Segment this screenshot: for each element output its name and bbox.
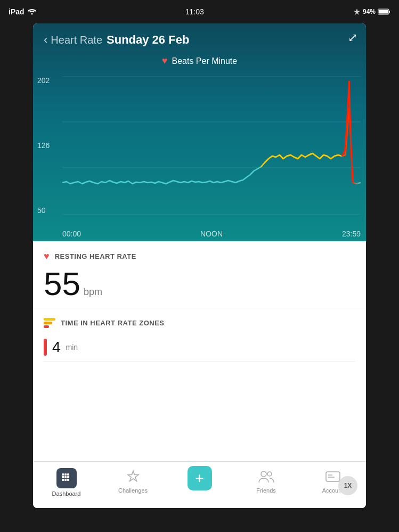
star-icon [125,469,141,485]
svg-point-18 [267,472,272,476]
location-icon [353,8,361,15]
battery-icon [378,9,390,15]
zones-header: TIME IN HEART RATE ZONES [44,318,355,328]
challenges-icon [125,468,142,485]
status-bar: iPad 11:03 94% [0,0,399,23]
expand-button[interactable]: ⤢ [348,31,357,45]
page-date: Sunday 26 Feb [107,33,189,47]
x-label-noon: NOON [200,230,223,238]
legend-label: Beats Per Minute [172,56,237,66]
content-section: ♥ RESTING HEART RATE 55 bpm TIME IN HEAR… [33,241,366,369]
svg-rect-12 [64,476,67,478]
svg-point-0 [31,13,32,15]
chart-svg [62,76,361,215]
chart-x-labels: 00:00 NOON 23:59 [62,230,361,238]
svg-rect-8 [62,473,64,476]
resting-heart-rate-block: ♥ RESTING HEART RATE 55 bpm [33,241,366,308]
resting-hr-header: ♥ RESTING HEART RATE [44,251,355,262]
page-subtitle: Heart Rate [51,34,102,46]
chart-header: ‹ Heart Rate Sunday 26 Feb ♥ Beats Per M… [33,23,366,241]
device-label: iPad [9,7,25,16]
tab-friends[interactable]: Friends [233,466,299,494]
main-card: ‹ Heart Rate Sunday 26 Feb ♥ Beats Per M… [33,23,366,508]
svg-rect-9 [64,473,67,476]
page-title-bar: ‹ Heart Rate Sunday 26 Feb [33,23,366,53]
add-icon: + [188,466,212,490]
tab-challenges[interactable]: Challenges [100,466,166,494]
y-label-top: 202 [37,76,61,85]
y-label-mid: 126 [37,141,61,150]
zoom-badge[interactable]: 1X [338,476,357,495]
people-icon [258,470,275,484]
tab-bar: Dashboard Challenges + [33,461,366,508]
chart-y-labels: 202 126 50 [33,71,65,215]
status-left: iPad [9,7,36,16]
svg-rect-10 [67,473,69,476]
svg-rect-13 [67,476,69,478]
grid-icon [61,472,72,484]
svg-rect-3 [379,10,388,14]
back-button[interactable]: ‹ [44,33,47,47]
resting-hr-value-row: 55 bpm [44,267,355,300]
resting-hr-heart-icon: ♥ [44,251,50,262]
svg-rect-16 [67,479,69,481]
resting-hr-unit: bpm [84,287,102,298]
x-label-start: 00:00 [62,230,81,238]
y-label-bot: 50 [37,206,61,215]
tab-add[interactable]: + [166,466,233,490]
tab-dashboard[interactable]: Dashboard [33,466,100,497]
battery-label: 94% [363,8,376,15]
card-icon [325,470,341,484]
svg-point-17 [261,471,266,477]
zone-entry: 4 min [44,333,355,362]
friends-label: Friends [256,487,276,494]
resting-hr-value: 55 [44,267,80,300]
zones-icon [44,318,55,328]
x-label-end: 23:59 [342,230,361,238]
legend-row: ♥ Beats Per Minute [33,53,366,71]
status-right: 94% [353,8,390,15]
wifi-icon [28,9,36,15]
chart-area: 202 126 50 [33,71,366,241]
svg-rect-19 [326,472,340,481]
svg-rect-2 [389,11,390,13]
status-time: 11:03 [185,7,204,16]
heart-legend-icon: ♥ [162,55,168,67]
svg-rect-15 [64,479,67,481]
zone-minutes: 4 [52,339,61,356]
resting-hr-label: RESTING HEART RATE [55,252,136,260]
challenges-label: Challenges [118,487,148,494]
dashboard-icon [56,468,77,488]
friends-icon [258,468,275,485]
zones-block: TIME IN HEART RATE ZONES 4 min [33,308,366,369]
zones-label: TIME IN HEART RATE ZONES [61,319,164,327]
zone-color [44,339,47,356]
svg-rect-11 [62,476,64,478]
zone-unit: min [66,343,78,351]
dashboard-label: Dashboard [52,490,81,497]
svg-rect-14 [62,479,64,481]
